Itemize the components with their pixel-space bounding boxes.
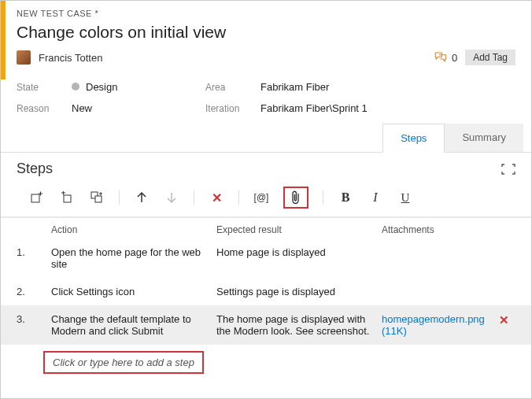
attachment-link[interactable]: homepagemodern.png (11K) (382, 313, 485, 337)
svg-rect-1 (64, 195, 71, 202)
state-label: State (17, 82, 72, 93)
move-up-button[interactable] (134, 190, 150, 205)
svg-rect-0 (31, 194, 39, 202)
column-attachments: Attachments (382, 224, 484, 235)
discussion-count: 0 (452, 52, 457, 64)
insert-step-before-button[interactable] (59, 190, 75, 205)
steps-heading: Steps (17, 161, 53, 177)
state-value[interactable]: Design (72, 81, 205, 93)
add-tag-button[interactable]: Add Tag (465, 50, 515, 65)
table-row[interactable]: 2. Click Settings icon Settings page is … (1, 278, 531, 305)
iteration-label: Iteration (205, 103, 260, 114)
insert-shared-step-button[interactable] (89, 190, 105, 205)
bold-button[interactable]: B (338, 190, 353, 205)
step-number: 3. (17, 313, 43, 325)
delete-step-button[interactable]: ✕ (209, 190, 224, 205)
step-expected[interactable]: Settings page is displayed (216, 286, 374, 297)
step-action[interactable]: Open the home page for the web site (51, 246, 209, 270)
svg-rect-3 (95, 196, 102, 202)
step-number: 1. (17, 246, 43, 258)
add-step-input[interactable]: Click or type here to add a step (43, 351, 204, 374)
column-action: Action (51, 224, 209, 235)
discussion-button[interactable]: 0 (434, 52, 457, 64)
discussion-icon (434, 52, 447, 63)
work-item-type-label: NEW TEST CASE * (17, 9, 515, 18)
attach-file-highlight (283, 187, 308, 209)
reason-label: Reason (17, 103, 72, 114)
italic-button[interactable]: I (368, 190, 383, 205)
step-action[interactable]: Change the default template to Modern an… (51, 313, 209, 337)
attach-file-button[interactable] (288, 190, 304, 205)
tab-steps[interactable]: Steps (382, 124, 445, 153)
tab-summary[interactable]: Summary (445, 124, 523, 152)
move-down-button[interactable] (164, 190, 179, 205)
area-label: Area (205, 82, 260, 93)
avatar (17, 50, 31, 65)
assignee-name[interactable]: Francis Totten (39, 52, 102, 64)
step-action[interactable]: Click Settings icon (51, 286, 209, 297)
step-number: 2. (17, 286, 43, 297)
area-value[interactable]: Fabrikam Fiber (260, 81, 515, 93)
remove-attachment-button[interactable]: ✕ (493, 313, 516, 327)
state-dot-icon (72, 83, 79, 91)
column-expected: Expected result (216, 224, 374, 235)
expand-icon[interactable] (501, 164, 515, 175)
step-expected[interactable]: The home page is displayed with the Mode… (216, 313, 374, 337)
iteration-value[interactable]: Fabrikam Fiber\Sprint 1 (260, 102, 515, 114)
underline-button[interactable]: U (397, 190, 413, 205)
step-expected[interactable]: Home page is displayed (216, 246, 374, 258)
reason-value[interactable]: New (72, 102, 205, 114)
work-item-title[interactable]: Change colors on initial view (17, 23, 515, 42)
insert-parameter-button[interactable]: [@] (253, 190, 269, 205)
insert-step-button[interactable] (29, 190, 45, 205)
table-row[interactable]: 1. Open the home page for the web site H… (1, 238, 531, 278)
table-row[interactable]: 3. Change the default template to Modern… (1, 305, 531, 345)
